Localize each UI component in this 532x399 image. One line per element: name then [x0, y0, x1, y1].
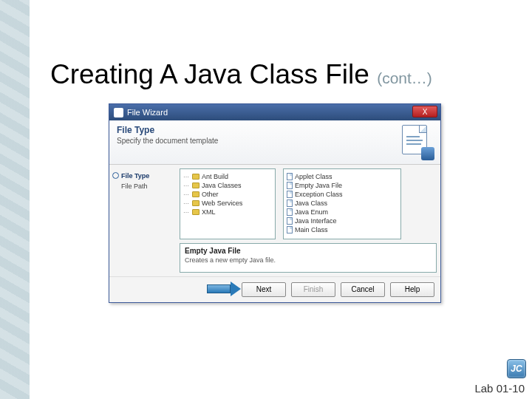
window-icon	[114, 108, 123, 117]
list-item[interactable]: Java Enum	[285, 208, 399, 216]
folder-icon	[192, 209, 200, 215]
step-file-type[interactable]: File Type	[114, 171, 171, 181]
template-pane[interactable]: Applet Class Empty Java File Exception C…	[283, 168, 401, 239]
steps-list: File Type File Path	[109, 165, 176, 276]
next-button[interactable]: Next	[242, 282, 286, 297]
help-button[interactable]: Help	[390, 282, 434, 297]
folder-icon	[192, 191, 200, 197]
slide-footer: Lab 01-10	[474, 382, 525, 395]
button-row: Next Finish Cancel Help	[109, 276, 440, 302]
list-item[interactable]: Applet Class	[285, 172, 399, 181]
file-icon	[287, 200, 293, 207]
title-main: Creating A Java Class File	[50, 59, 377, 89]
folder-icon	[192, 174, 200, 180]
list-item[interactable]: ⋯XML	[182, 208, 273, 216]
list-item[interactable]: ⋯Other	[182, 190, 273, 199]
description-pane: Empty Java File Creates a new empty Java…	[180, 243, 437, 273]
slide-title: Creating A Java Class File (cont…)	[50, 59, 432, 90]
list-item[interactable]: ⋯Web Services	[182, 199, 273, 208]
list-item[interactable]: ⋯Ant Build	[182, 172, 273, 181]
list-item[interactable]: Exception Class	[285, 190, 399, 199]
file-icon	[287, 173, 293, 180]
decorative-stripe	[0, 0, 30, 399]
list-item[interactable]: Empty Java File	[285, 181, 399, 190]
file-icon	[287, 182, 293, 189]
header-title: File Type	[117, 125, 433, 135]
folder-icon	[192, 200, 200, 206]
title-cont: (cont…)	[377, 69, 432, 86]
title-bar[interactable]: File Wizard X	[109, 104, 440, 120]
file-icon	[287, 226, 293, 233]
close-button[interactable]: X	[412, 106, 437, 117]
list-item[interactable]: Main Class	[285, 225, 399, 234]
file-icon	[287, 217, 293, 225]
jc-logo: JC	[507, 359, 526, 378]
file-icon	[287, 208, 293, 216]
category-pane[interactable]: ⋯Ant Build ⋯Java Classes ⋯Other ⋯Web Ser…	[180, 168, 276, 239]
list-item[interactable]: Java Class	[285, 199, 399, 208]
description-text: Creates a new empty Java file.	[185, 256, 432, 264]
wizard-body: File Type File Path ⋯Ant Build ⋯Java Cla…	[109, 165, 440, 276]
window-title: File Wizard	[127, 108, 168, 117]
folder-icon	[192, 183, 200, 188]
cancel-button[interactable]: Cancel	[341, 282, 385, 297]
description-title: Empty Java File	[185, 247, 432, 255]
list-item[interactable]: ⋯Java Classes	[182, 181, 273, 190]
file-wizard-dialog: File Wizard X File Type Specify the docu…	[109, 103, 441, 303]
step-file-path[interactable]: File Path	[114, 181, 171, 191]
list-item[interactable]: Java Interface	[285, 216, 399, 225]
header-subtitle: Specify the document template	[117, 137, 433, 145]
callout-arrow	[207, 282, 242, 296]
wizard-header: File Type Specify the document template	[109, 120, 440, 165]
file-icon	[287, 191, 293, 198]
finish-button[interactable]: Finish	[291, 282, 335, 297]
document-icon	[402, 125, 433, 159]
